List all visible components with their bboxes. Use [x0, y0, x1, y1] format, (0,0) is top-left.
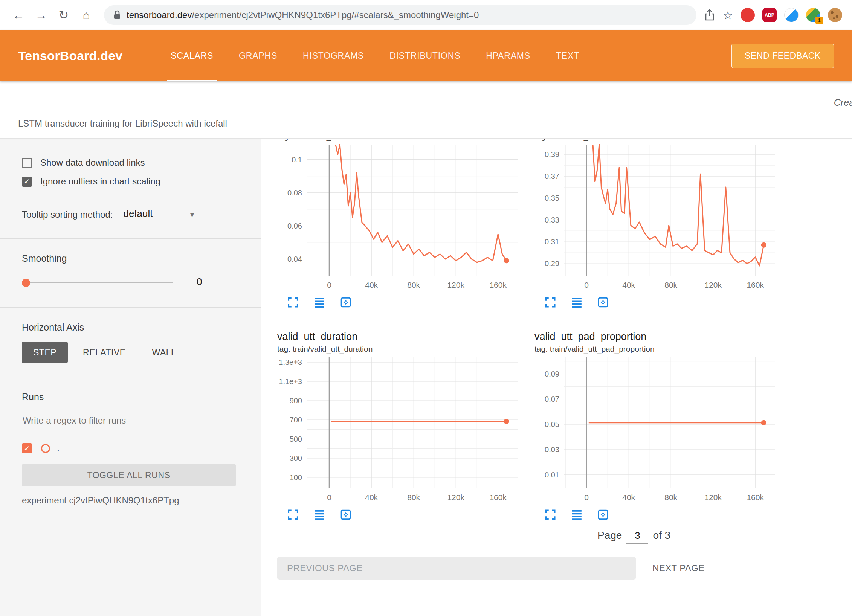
- experiment-subheader: Crea LSTM transducer training for LibriS…: [0, 81, 852, 139]
- fit-domain-icon[interactable]: [340, 296, 352, 308]
- divider: [0, 238, 261, 239]
- chart-card-valid-utt-duration: valid_utt_duration tag: train/valid_utt_…: [277, 330, 521, 523]
- smoothing-value-input[interactable]: 0: [191, 275, 241, 290]
- chart-tag: tag: train/valid_…: [534, 139, 779, 142]
- svg-text:0.1: 0.1: [292, 156, 302, 164]
- chart-tag: tag: train/valid_utt_duration: [277, 343, 521, 355]
- home-icon[interactable]: ⌂: [76, 8, 96, 22]
- tooltip-sorting-value: default: [123, 208, 153, 220]
- fit-domain-icon[interactable]: [597, 296, 609, 308]
- line-chart[interactable]: 040k80k120k160k0.290.310.330.350.370.39: [534, 142, 779, 294]
- svg-text:0.03: 0.03: [545, 445, 559, 454]
- back-icon[interactable]: ←: [8, 8, 29, 22]
- horizontal-axis-buttons: STEP RELATIVE WALL: [22, 342, 246, 363]
- svg-text:80k: 80k: [664, 281, 677, 289]
- chart-toolbar: [534, 506, 779, 523]
- bookmark-star-icon[interactable]: ☆: [723, 9, 733, 22]
- reload-icon[interactable]: ↻: [53, 8, 74, 22]
- page-number-input[interactable]: 3: [626, 530, 648, 544]
- fit-domain-icon[interactable]: [340, 509, 352, 521]
- tab-distributions[interactable]: DISTRIBUTIONS: [386, 30, 464, 81]
- send-feedback-button[interactable]: SEND FEEDBACK: [731, 44, 834, 68]
- view-data-icon[interactable]: [313, 509, 325, 521]
- expand-chart-icon[interactable]: [287, 509, 299, 521]
- view-data-icon[interactable]: [571, 509, 583, 521]
- settings-sidebar: Show data download links ✓ Ignore outlie…: [0, 139, 261, 616]
- expand-chart-icon[interactable]: [287, 296, 299, 308]
- page-label: Page: [597, 529, 622, 541]
- view-data-icon[interactable]: [571, 296, 583, 308]
- toggle-all-runs-button[interactable]: TOGGLE ALL RUNS: [22, 464, 236, 486]
- axis-relative-button[interactable]: RELATIVE: [72, 342, 137, 363]
- show-download-links-checkbox[interactable]: Show data download links: [22, 157, 246, 168]
- axis-step-button[interactable]: STEP: [22, 342, 68, 363]
- chart-toolbar: [277, 506, 521, 523]
- expand-chart-icon[interactable]: [544, 509, 556, 521]
- charts-grid: tag: train/valid_… 040k80k120k160k0.040.…: [277, 139, 852, 523]
- extension-badge: 1: [815, 17, 823, 24]
- extension-blue-icon[interactable]: [784, 8, 799, 22]
- chart-toolbar: [277, 294, 521, 311]
- divider: [0, 307, 261, 308]
- run-row[interactable]: ✓ .: [22, 443, 246, 454]
- svg-text:0.01: 0.01: [545, 471, 559, 479]
- next-page-button[interactable]: NEXT PAGE: [652, 563, 705, 573]
- svg-text:0: 0: [327, 493, 331, 502]
- svg-text:80k: 80k: [407, 281, 420, 289]
- chart-title: valid_utt_pad_proportion: [534, 330, 779, 343]
- line-chart[interactable]: 040k80k120k160k0.040.060.080.1: [277, 142, 521, 294]
- tab-graphs[interactable]: GRAPHS: [235, 30, 281, 81]
- smoothing-slider[interactable]: [22, 278, 173, 287]
- chart-tag: tag: train/valid_utt_pad_proportion: [534, 343, 779, 355]
- tooltip-sorting-row: Tooltip sorting method: default ▾: [22, 208, 246, 221]
- svg-text:0: 0: [327, 281, 331, 289]
- svg-text:80k: 80k: [664, 493, 677, 502]
- svg-text:0.05: 0.05: [545, 420, 559, 428]
- runs-filter-input[interactable]: [22, 413, 166, 430]
- previous-page-button[interactable]: PREVIOUS PAGE: [277, 557, 636, 580]
- chart-tag: tag: train/valid_…: [277, 139, 521, 142]
- svg-text:0.08: 0.08: [287, 189, 302, 197]
- tab-scalars[interactable]: SCALARS: [167, 30, 217, 81]
- slider-thumb[interactable]: [22, 279, 30, 287]
- run-checkbox-icon[interactable]: ✓: [22, 443, 32, 453]
- tab-hparams[interactable]: HPARAMS: [482, 30, 534, 81]
- extension-abp-icon[interactable]: ABP: [762, 8, 777, 22]
- tab-text[interactable]: TEXT: [552, 30, 583, 81]
- tooltip-sorting-select[interactable]: default ▾: [121, 208, 196, 221]
- svg-text:0.35: 0.35: [545, 194, 559, 202]
- svg-text:40k: 40k: [622, 493, 635, 502]
- svg-text:40k: 40k: [622, 281, 635, 289]
- axis-wall-button[interactable]: WALL: [141, 342, 188, 363]
- line-chart[interactable]: 040k80k120k160k0.010.030.050.070.09: [534, 355, 779, 506]
- svg-text:0.29: 0.29: [545, 259, 559, 268]
- brand-title: TensorBoard.dev: [0, 49, 122, 63]
- line-chart[interactable]: 040k80k120k160k1003005007009001.1e+31.3e…: [277, 355, 521, 506]
- cookie-icon[interactable]: [828, 8, 842, 22]
- url-domain: tensorboard.dev: [127, 10, 192, 20]
- extension-adblock-icon[interactable]: [741, 8, 755, 22]
- view-data-icon[interactable]: [313, 296, 325, 308]
- ignore-outliers-checkbox[interactable]: ✓ Ignore outliers in chart scaling: [22, 176, 246, 187]
- charts-main-area: tag: train/valid_… 040k80k120k160k0.040.…: [261, 139, 852, 616]
- fit-domain-icon[interactable]: [597, 509, 609, 521]
- divider: [0, 380, 261, 380]
- url-bar[interactable]: tensorboard.dev/experiment/cj2vtPiwQHKN9…: [104, 5, 696, 25]
- experiment-title: LSTM transducer training for LibriSpeech…: [18, 118, 227, 129]
- share-icon[interactable]: [704, 9, 715, 21]
- forward-icon[interactable]: →: [31, 8, 51, 22]
- svg-text:900: 900: [290, 396, 302, 405]
- checkbox-label: Ignore outliers in chart scaling: [40, 176, 160, 187]
- profile-avatar[interactable]: 1: [806, 8, 820, 22]
- content-area: Show data download links ✓ Ignore outlie…: [0, 139, 852, 616]
- svg-text:0: 0: [584, 281, 589, 289]
- svg-text:0.09: 0.09: [545, 370, 559, 378]
- svg-text:300: 300: [290, 454, 302, 462]
- chart-title: valid_utt_duration: [277, 330, 521, 343]
- expand-chart-icon[interactable]: [544, 296, 556, 308]
- svg-text:160k: 160k: [747, 281, 764, 289]
- browser-extensions-area: ☆ ABP 1: [704, 8, 844, 22]
- tab-histograms[interactable]: HISTOGRAMS: [299, 30, 368, 81]
- smoothing-label: Smoothing: [22, 253, 246, 264]
- svg-text:160k: 160k: [747, 493, 764, 502]
